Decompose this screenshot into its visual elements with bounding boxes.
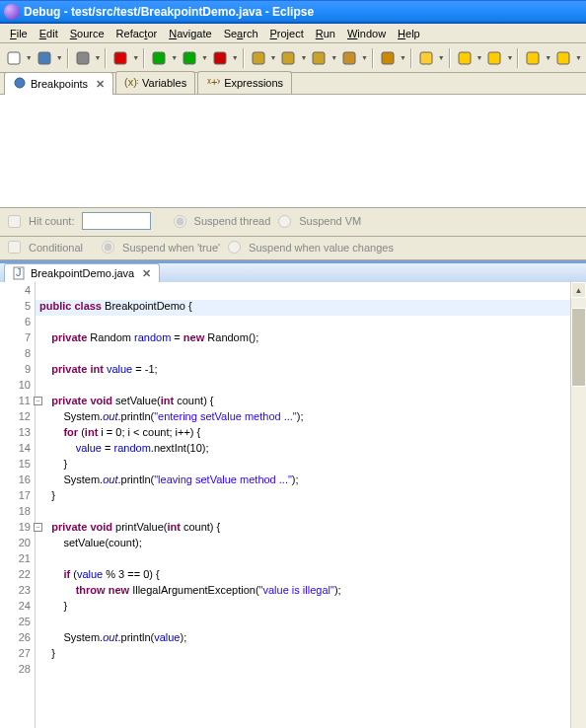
code-line[interactable]: private void printValue(int count) { [36,521,570,537]
code-line[interactable] [36,663,570,679]
code-line[interactable]: } [36,600,570,616]
code-line[interactable]: public class BreakpointDemo { [36,300,570,316]
close-icon[interactable]: ✕ [142,267,151,280]
view-tab-label: Expressions [224,77,283,89]
code-line[interactable]: for (int i = 0; i < count; i++) { [36,426,570,442]
next-icon[interactable] [485,47,505,69]
print-icon[interactable] [73,47,93,69]
menu-source[interactable]: Source [64,26,110,41]
new-icon[interactable] [4,47,24,69]
breakpoints-panel [0,95,586,208]
dropdown-icon[interactable]: ▼ [476,47,483,69]
dropdown-icon[interactable]: ▼ [270,47,277,69]
fold-icon[interactable]: − [34,523,42,532]
view-tab-label: Variables [142,77,186,89]
new-folder-icon[interactable] [309,47,329,69]
menu-edit[interactable]: Edit [34,26,64,41]
new-class-icon[interactable] [279,47,299,69]
dropdown-icon[interactable]: ▼ [330,47,337,69]
menu-file[interactable]: File [4,26,34,41]
dropdown-icon[interactable]: ▼ [438,47,445,69]
code-line[interactable]: private void setValue(int count) { [36,395,570,410]
menu-project[interactable]: Project [264,26,310,41]
suspend-true-radio[interactable] [102,241,114,254]
dropdown-icon[interactable]: ▼ [400,47,406,69]
view-tab-expressions[interactable]: ᵡ+ʸExpressions [197,71,292,94]
dropdown-icon[interactable]: ▼ [171,47,178,69]
vertical-scrollbar[interactable]: ▲ ▼ [570,282,586,728]
line-number: 12 [0,410,35,426]
code-line[interactable]: } [36,489,570,505]
line-number: 16 [0,473,35,489]
dropdown-icon[interactable]: ▼ [201,47,208,69]
hitcount-input[interactable] [82,212,151,230]
menu-search[interactable]: Search [218,26,264,41]
menu-navigate[interactable]: Navigate [163,26,217,41]
build-icon[interactable] [110,47,130,69]
code-line[interactable]: throw new IllegalArgumentException("valu… [36,584,570,600]
search-icon[interactable] [378,47,398,69]
dropdown-icon[interactable]: ▼ [232,47,239,69]
dropdown-icon[interactable]: ▼ [26,47,33,69]
suspend-vm-radio[interactable] [278,215,291,228]
menu-refactor[interactable]: Refactor [110,26,164,41]
run-icon[interactable] [180,47,199,69]
suspend-thread-radio[interactable] [174,215,186,228]
dropdown-icon[interactable]: ▼ [94,47,101,69]
open-type-icon[interactable] [339,47,359,69]
code-line[interactable] [36,316,570,331]
conditional-checkbox[interactable] [8,241,21,254]
hitcount-checkbox[interactable] [8,215,21,228]
code-line[interactable] [36,616,570,631]
view-tab-label: Breakpoints [31,78,88,90]
editor-tab-label: BreakpointDemo.java [31,267,134,279]
menu-help[interactable]: Help [392,26,426,41]
line-number: 10 [0,379,35,395]
code-editor[interactable]: 4567891011−1213141516171819−202122232425… [0,282,586,728]
save-icon[interactable] [35,47,54,69]
back-icon[interactable] [523,47,543,69]
line-number: 7 [0,331,35,347]
code-line[interactable]: if (value % 3 == 0) { [36,568,570,584]
forward-icon[interactable] [553,47,573,69]
separator [67,48,69,68]
code-line[interactable]: System.out.println("entering setValue me… [36,410,570,426]
code-line[interactable]: setValue(count); [36,537,570,552]
code-line[interactable]: private Random random = new Random(); [36,331,570,347]
code-line[interactable]: } [36,458,570,473]
dropdown-icon[interactable]: ▼ [56,47,63,69]
menu-run[interactable]: Run [310,26,341,41]
close-icon[interactable]: ✕ [96,78,105,91]
scroll-up-icon[interactable]: ▲ [571,282,586,298]
code-line[interactable] [36,347,570,363]
fold-icon[interactable]: − [34,397,42,405]
scroll-thumb[interactable] [571,308,586,387]
dropdown-icon[interactable]: ▼ [506,47,513,69]
code-line[interactable]: System.out.println("leaving setValue met… [36,473,570,489]
dropdown-icon[interactable]: ▼ [361,47,368,69]
code-area[interactable]: public class BreakpointDemo { private Ra… [36,282,570,728]
new-package-icon[interactable] [249,47,268,69]
code-line[interactable]: System.out.println(value); [36,631,570,647]
code-line[interactable] [36,505,570,521]
annotate-icon[interactable] [416,47,436,69]
dropdown-icon[interactable]: ▼ [575,47,582,69]
code-line[interactable] [36,379,570,395]
code-line[interactable] [36,284,570,300]
suspend-changes-radio[interactable] [228,241,241,254]
code-line[interactable]: value = random.nextInt(10); [36,442,570,458]
dropdown-icon[interactable]: ▼ [545,47,551,69]
dropdown-icon[interactable]: ▼ [300,47,307,69]
editor-tab-breakpointdemo[interactable]: J BreakpointDemo.java ✕ [4,263,160,282]
prev-icon[interactable] [455,47,475,69]
view-tab-variables[interactable]: (x)=Variables [115,71,195,94]
debug-icon[interactable] [149,47,169,69]
code-line[interactable]: } [36,647,570,663]
code-line[interactable]: private int value = -1; [36,363,570,379]
dropdown-icon[interactable]: ▼ [132,47,139,69]
code-line[interactable] [36,552,570,568]
external-icon[interactable] [210,47,230,69]
menu-window[interactable]: Window [341,26,392,41]
scroll-track[interactable] [571,298,586,728]
view-tab-breakpoints[interactable]: Breakpoints✕ [4,72,113,95]
